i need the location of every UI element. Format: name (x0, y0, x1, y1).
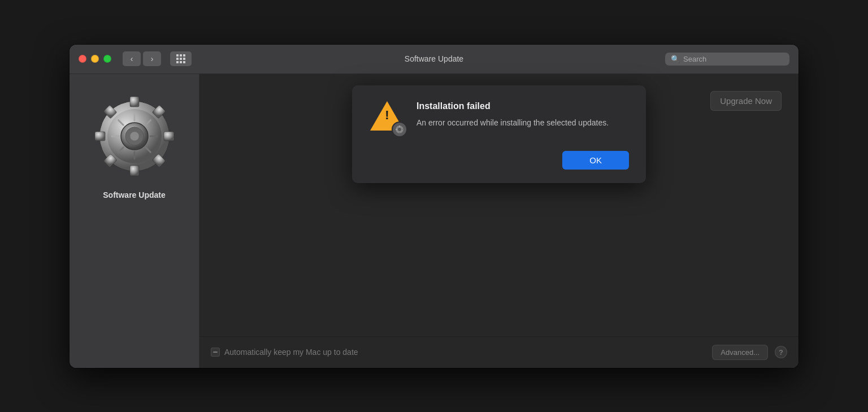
gear-icon (92, 94, 177, 179)
small-gear-icon (394, 124, 405, 135)
main-panel: Upgrade Now Automatically keep my Mac up… (199, 74, 798, 368)
nav-buttons: ‹ › (123, 51, 161, 66)
sidebar: Software Update (70, 74, 199, 368)
content-area: Software Update Upgrade Now Automaticall… (70, 74, 798, 368)
forward-button[interactable]: › (143, 51, 161, 66)
maximize-button[interactable] (103, 55, 111, 63)
close-button[interactable] (79, 55, 86, 63)
warning-icon-container: ! (369, 101, 405, 137)
back-icon: ‹ (131, 54, 133, 63)
forward-icon: › (151, 54, 154, 63)
grid-view-button[interactable] (170, 51, 192, 66)
window-title: Software Update (405, 54, 463, 63)
minimize-button[interactable] (91, 55, 99, 63)
modal-title: Installation failed (416, 101, 629, 111)
search-input[interactable] (683, 55, 784, 63)
search-box[interactable]: 🔍 (665, 53, 789, 66)
modal-text: Installation failed An error occurred wh… (416, 101, 629, 137)
svg-point-22 (398, 128, 401, 131)
system-preferences-window: ‹ › Software Update 🔍 (70, 45, 798, 368)
svg-rect-3 (95, 132, 105, 141)
svg-point-12 (130, 132, 139, 141)
ok-button[interactable]: OK (562, 151, 629, 170)
error-modal: ! (352, 85, 646, 183)
traffic-lights (79, 55, 111, 63)
exclamation-icon: ! (385, 109, 389, 122)
gear-overlay-icon (392, 122, 407, 137)
modal-description: An error occurred while installing the s… (416, 117, 629, 129)
modal-overlay: ! (199, 74, 798, 368)
modal-body: ! (369, 101, 629, 137)
svg-rect-1 (130, 97, 139, 107)
grid-icon (176, 54, 185, 63)
svg-rect-4 (164, 132, 174, 141)
search-icon: 🔍 (671, 55, 680, 63)
app-icon (89, 91, 180, 181)
svg-rect-2 (130, 166, 139, 176)
sidebar-app-name: Software Update (103, 190, 165, 200)
back-button[interactable]: ‹ (123, 51, 141, 66)
titlebar: ‹ › Software Update 🔍 (70, 45, 798, 74)
modal-footer: OK (369, 151, 629, 170)
